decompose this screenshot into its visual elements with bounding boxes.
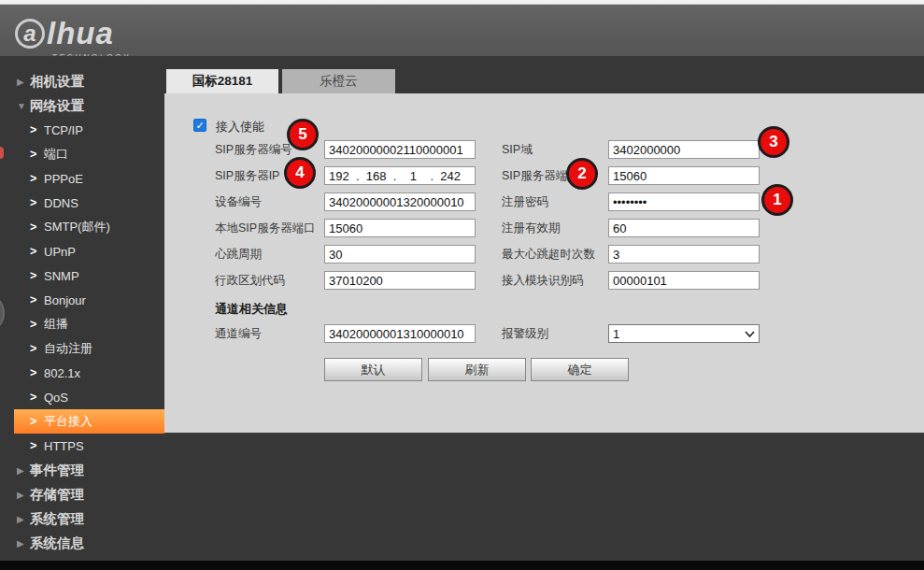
sidebar-item-label: 平台接入 bbox=[44, 413, 92, 430]
triangle-right-icon: ▶ bbox=[17, 538, 30, 549]
channel-id-input[interactable] bbox=[324, 324, 476, 343]
chevron-right-icon: > bbox=[30, 245, 44, 258]
chevron-right-icon: > bbox=[30, 123, 44, 136]
access-module-id-label: 接入模块识别码 bbox=[502, 271, 584, 290]
sidebar-item-label: 组播 bbox=[44, 316, 68, 333]
triangle-down-icon: ▼ bbox=[17, 101, 30, 111]
heartbeat-period-input[interactable] bbox=[324, 245, 476, 264]
register-password-input[interactable] bbox=[608, 192, 760, 211]
chevron-right-icon: > bbox=[30, 342, 44, 355]
sidebar-item-label: QoS bbox=[44, 391, 68, 405]
sidebar-item-smtp[interactable]: > SMTP(邮件) bbox=[0, 215, 164, 239]
sip-server-ip-label: SIP服务器IP bbox=[215, 166, 279, 185]
sidebar-item-event-management[interactable]: ▶ 事件管理 bbox=[0, 458, 164, 482]
sidebar-item-label: 系统管理 bbox=[30, 510, 84, 528]
chevron-right-icon: > bbox=[30, 439, 44, 452]
sidebar-item-snmp[interactable]: > SNMP bbox=[0, 264, 164, 288]
alarm-level-select[interactable]: 1 bbox=[608, 324, 760, 343]
tab-gb28181[interactable]: 国标28181 bbox=[166, 69, 278, 93]
sidebar-item-https[interactable]: > HTTPS bbox=[0, 434, 164, 458]
sidebar-item-label: 存储管理 bbox=[30, 486, 84, 504]
sidebar-item-storage-management[interactable]: ▶ 存储管理 bbox=[0, 482, 164, 506]
sip-server-ip-input[interactable] bbox=[324, 166, 476, 185]
local-sip-port-input[interactable] bbox=[324, 219, 476, 237]
sidebar-item-camera-settings[interactable]: ▶ 相机设置 bbox=[0, 69, 164, 93]
sidebar-item-pppoe[interactable]: > PPPoE bbox=[0, 166, 164, 191]
chevron-right-icon: > bbox=[30, 391, 44, 404]
chevron-right-icon: > bbox=[30, 172, 44, 185]
sip-domain-input[interactable] bbox=[608, 140, 760, 159]
sip-server-port-input[interactable] bbox=[608, 166, 760, 185]
sidebar-item-bonjour[interactable]: > Bonjour bbox=[0, 288, 164, 312]
sidebar-item-port[interactable]: > 端口 bbox=[0, 142, 164, 166]
annotation-circle-2: 2 bbox=[566, 158, 598, 190]
sidebar-item-system-info[interactable]: ▶ 系统信息 bbox=[0, 531, 164, 555]
admin-region-code-label: 行政区划代码 bbox=[215, 271, 285, 290]
admin-region-code-input[interactable] bbox=[324, 271, 476, 290]
sidebar-item-label: SMTP(邮件) bbox=[44, 219, 110, 235]
sip-domain-label: SIP域 bbox=[502, 140, 533, 159]
tab-lechengyun[interactable]: 乐橙云 bbox=[282, 69, 395, 93]
sidebar-item-multicast[interactable]: > 组播 bbox=[0, 312, 164, 336]
sidebar: ▶ 相机设置 ▼ 网络设置 > TCP/IP > 端口 > PPPoE > DD… bbox=[0, 56, 164, 561]
sidebar-item-label: TCP/IP bbox=[44, 123, 83, 137]
triangle-right-icon: ▶ bbox=[17, 490, 30, 500]
logo-text: lhua bbox=[47, 16, 114, 51]
annotation-circle-3: 3 bbox=[758, 126, 789, 158]
sidebar-item-tcpip[interactable]: > TCP/IP bbox=[0, 118, 164, 142]
edge-red-dot bbox=[0, 147, 4, 159]
device-id-input[interactable] bbox=[324, 192, 476, 211]
chevron-right-icon: > bbox=[30, 293, 44, 306]
sidebar-item-qos[interactable]: > QoS bbox=[0, 385, 164, 409]
sidebar-item-label: SNMP bbox=[44, 269, 79, 283]
chevron-right-icon: > bbox=[30, 269, 44, 282]
sidebar-item-ddns[interactable]: > DDNS bbox=[0, 191, 164, 215]
annotation-circle-5: 5 bbox=[287, 119, 319, 150]
sip-server-id-label: SIP服务器编号 bbox=[215, 140, 292, 159]
sidebar-item-upnp[interactable]: > UPnP bbox=[0, 239, 164, 264]
sidebar-item-network-settings[interactable]: ▼ 网络设置 bbox=[0, 93, 164, 118]
dahua-logo: a lhua TECHNOLOGY bbox=[15, 16, 132, 62]
access-module-id-input[interactable] bbox=[608, 271, 760, 290]
alarm-level-value: 1 bbox=[613, 327, 619, 341]
chevron-down-icon bbox=[745, 331, 755, 337]
chevron-right-icon: > bbox=[30, 148, 44, 161]
logo-a-icon: a bbox=[15, 19, 45, 49]
chevron-right-icon: > bbox=[30, 366, 44, 379]
ok-button[interactable]: 确定 bbox=[531, 358, 629, 381]
sidebar-item-label: 自动注册 bbox=[44, 340, 92, 357]
sip-server-id-input[interactable] bbox=[324, 140, 476, 159]
sidebar-item-label: 802.1x bbox=[44, 366, 80, 380]
platform-access-panel: ✓ 接入使能 SIP服务器编号 SIP服务器IP 设备编号 本地SIP服务器端口… bbox=[164, 93, 924, 433]
sidebar-item-auto-register[interactable]: > 自动注册 bbox=[0, 336, 164, 361]
channel-id-label: 通道编号 bbox=[215, 324, 262, 343]
sidebar-item-label: Bonjour bbox=[44, 293, 86, 307]
sidebar-item-platform-access[interactable]: > 平台接入 bbox=[14, 409, 164, 434]
chevron-right-icon: > bbox=[30, 221, 44, 234]
sidebar-item-label: 端口 bbox=[44, 146, 68, 163]
sidebar-item-8021x[interactable]: > 802.1x bbox=[0, 361, 164, 385]
register-password-label: 注册密码 bbox=[502, 192, 548, 211]
annotation-circle-4: 4 bbox=[284, 157, 316, 189]
triangle-right-icon: ▶ bbox=[17, 77, 30, 87]
local-sip-port-label: 本地SIP服务器端口 bbox=[215, 219, 316, 237]
sidebar-item-label: PPPoE bbox=[44, 172, 83, 186]
register-validity-input[interactable] bbox=[608, 219, 760, 237]
bottom-strip bbox=[0, 561, 924, 570]
max-heartbeat-timeout-input[interactable] bbox=[608, 245, 760, 264]
header-bar: a lhua TECHNOLOGY bbox=[0, 5, 924, 56]
triangle-right-icon: ▶ bbox=[17, 514, 30, 524]
sidebar-item-label: 网络设置 bbox=[30, 97, 84, 115]
triangle-right-icon: ▶ bbox=[17, 465, 30, 476]
default-button[interactable]: 默认 bbox=[324, 358, 422, 381]
heartbeat-period-label: 心跳周期 bbox=[215, 245, 262, 264]
sidebar-item-system-management[interactable]: ▶ 系统管理 bbox=[0, 506, 164, 531]
alarm-level-label: 报警级别 bbox=[502, 324, 548, 343]
register-validity-label: 注册有效期 bbox=[502, 219, 561, 237]
enable-checkbox[interactable]: ✓ bbox=[193, 119, 206, 132]
sidebar-item-label: HTTPS bbox=[44, 439, 84, 453]
sidebar-item-label: UPnP bbox=[44, 245, 76, 259]
chevron-right-icon: > bbox=[30, 196, 44, 209]
device-id-label: 设备编号 bbox=[215, 192, 262, 211]
refresh-button[interactable]: 刷新 bbox=[428, 358, 526, 381]
